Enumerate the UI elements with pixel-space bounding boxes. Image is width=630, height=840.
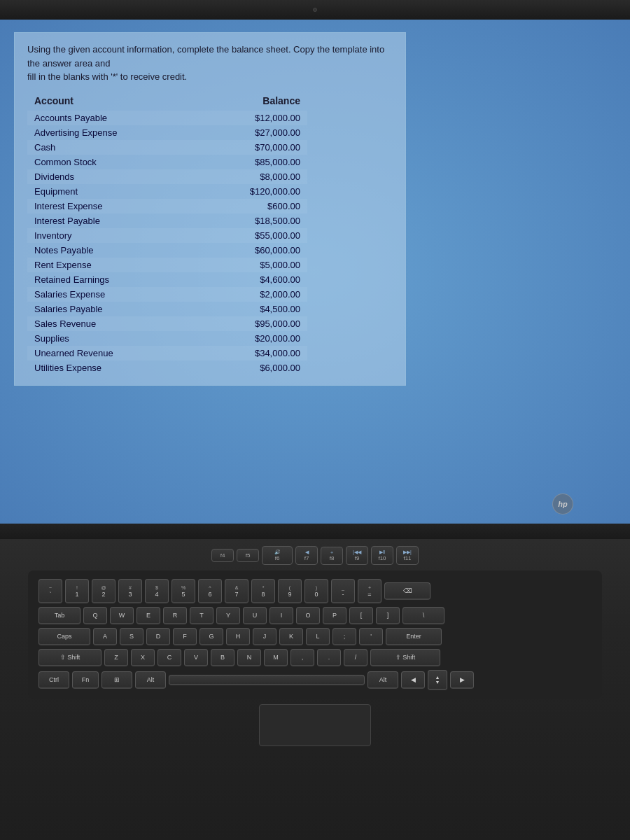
key-o[interactable]: O xyxy=(296,607,320,624)
key-tilde[interactable]: ~` xyxy=(38,579,62,603)
key-quote[interactable]: ' xyxy=(359,628,383,645)
key-d[interactable]: D xyxy=(146,628,170,645)
account-cell: Inventory xyxy=(27,228,195,243)
key-period[interactable]: . xyxy=(317,649,341,666)
key-ctrl[interactable]: Ctrl xyxy=(38,671,69,689)
account-cell: Common Stock xyxy=(27,155,195,169)
account-cell: Dividends xyxy=(27,169,195,184)
key-left[interactable]: ◀ xyxy=(401,671,425,689)
fn-key-f10[interactable]: ▶IIf10 xyxy=(371,546,393,565)
table-row: Common Stock$85,000.00 xyxy=(27,155,307,169)
table-row: Inventory$55,000.00 xyxy=(27,228,307,243)
fn-key-f5[interactable]: f5 xyxy=(237,549,259,562)
key-space[interactable] xyxy=(169,675,365,685)
key-ralt[interactable]: Alt xyxy=(368,671,398,689)
fn-key-f9[interactable]: |◀◀f9 xyxy=(346,546,368,565)
key-h[interactable]: H xyxy=(226,628,250,645)
key-x[interactable]: X xyxy=(131,649,155,666)
key-j[interactable]: J xyxy=(253,628,276,645)
balance-cell: $60,000.00 xyxy=(195,243,307,258)
key-t[interactable]: T xyxy=(190,607,214,624)
key-k[interactable]: K xyxy=(279,628,303,645)
key-updown[interactable]: ▲▼ xyxy=(428,670,447,690)
table-row: Sales Revenue$95,000.00 xyxy=(27,316,307,331)
balance-cell: $8,000.00 xyxy=(195,169,307,184)
account-cell: Sales Revenue xyxy=(27,316,195,331)
balance-cell: $95,000.00 xyxy=(195,316,307,331)
bezel-bottom xyxy=(0,524,630,539)
fn-key-f11[interactable]: ▶▶|f11 xyxy=(396,546,419,565)
key-lbracket[interactable]: [ xyxy=(349,607,373,624)
screen: Using the given account information, com… xyxy=(0,20,630,524)
key-z[interactable]: Z xyxy=(104,649,128,666)
balance-cell: $12,000.00 xyxy=(195,111,307,125)
key-rbracket[interactable]: ] xyxy=(376,607,400,624)
key-minus[interactable]: _- xyxy=(331,579,355,603)
key-tab[interactable]: Tab xyxy=(38,607,80,624)
key-n[interactable]: N xyxy=(237,649,261,666)
asdf-row: Caps A S D F G H J K L ; ' Enter xyxy=(38,628,592,645)
table-row: Cash$70,000.00 xyxy=(27,140,307,155)
key-dollar[interactable]: $4 xyxy=(145,579,169,603)
key-caret[interactable]: ^6 xyxy=(198,579,222,603)
balance-cell: $4,500.00 xyxy=(195,302,307,316)
key-2[interactable]: @2 xyxy=(92,579,115,603)
key-r[interactable]: R xyxy=(163,607,187,624)
key-s[interactable]: S xyxy=(120,628,144,645)
key-comma[interactable]: , xyxy=(290,649,314,666)
key-m[interactable]: M xyxy=(264,649,288,666)
fn-key-f6[interactable]: 🔊f6 xyxy=(262,546,293,565)
key-backslash[interactable]: \ xyxy=(402,607,444,624)
key-capslock[interactable]: Caps xyxy=(38,628,90,645)
balance-cell: $34,000.00 xyxy=(195,346,307,360)
key-lshift[interactable]: ⇧ Shift xyxy=(38,649,102,666)
key-e[interactable]: E xyxy=(136,607,160,624)
key-i[interactable]: I xyxy=(270,607,293,624)
key-3[interactable]: #3 xyxy=(118,579,142,603)
account-cell: Rent Expense xyxy=(27,258,195,272)
key-a[interactable]: A xyxy=(93,628,117,645)
balance-cell: $6,000.00 xyxy=(195,360,307,375)
key-g[interactable]: G xyxy=(200,628,223,645)
touchpad[interactable] xyxy=(259,704,371,746)
key-p[interactable]: P xyxy=(323,607,346,624)
key-enter[interactable]: Enter xyxy=(386,628,442,645)
key-u[interactable]: U xyxy=(243,607,267,624)
key-percent[interactable]: %5 xyxy=(172,579,195,603)
key-fn[interactable]: Fn xyxy=(72,671,99,689)
key-alt[interactable]: Alt xyxy=(135,671,166,689)
key-right[interactable]: ▶ xyxy=(450,671,474,689)
key-rshift[interactable]: ⇧ Shift xyxy=(370,649,440,666)
balance-cell: $85,000.00 xyxy=(195,155,307,169)
key-ampersand[interactable]: &7 xyxy=(225,579,248,603)
key-w[interactable]: W xyxy=(110,607,134,624)
key-b[interactable]: B xyxy=(211,649,234,666)
key-rparen[interactable]: )0 xyxy=(304,579,328,603)
key-l[interactable]: L xyxy=(306,628,330,645)
number-row: ~` !1 @2 #3 $4 %5 ^6 &7 *8 (9 )0 _- += ⌫ xyxy=(38,579,592,603)
table-row: Unearned Revenue$34,000.00 xyxy=(27,346,307,360)
table-row: Interest Expense$600.00 xyxy=(27,199,307,214)
balance-cell: $27,000.00 xyxy=(195,125,307,140)
balance-cell: $18,500.00 xyxy=(195,214,307,228)
camera xyxy=(313,8,317,12)
key-plus[interactable]: += xyxy=(358,579,382,603)
key-backspace[interactable]: ⌫ xyxy=(384,582,430,600)
key-c[interactable]: C xyxy=(158,649,181,666)
account-cell: Supplies xyxy=(27,331,195,346)
key-asterisk[interactable]: *8 xyxy=(251,579,275,603)
fn-key-f7[interactable]: ◀f7 xyxy=(295,546,318,565)
keyboard-area: f4 f5 🔊f6 ◀f7 +f8 |◀◀f9 ▶IIf10 ▶▶|f11 ~`… xyxy=(0,539,630,840)
key-y[interactable]: Y xyxy=(216,607,240,624)
fn-key-f4[interactable]: f4 xyxy=(211,549,234,562)
key-semicolon[interactable]: ; xyxy=(332,628,356,645)
key-f[interactable]: F xyxy=(173,628,197,645)
fn-key-f8[interactable]: +f8 xyxy=(321,547,343,565)
key-1[interactable]: !1 xyxy=(65,579,89,603)
key-q[interactable]: Q xyxy=(83,607,107,624)
key-win[interactable]: ⊞ xyxy=(102,671,132,689)
key-slash[interactable]: / xyxy=(344,649,368,666)
table-row: Accounts Payable$12,000.00 xyxy=(27,111,307,125)
key-lparen[interactable]: (9 xyxy=(278,579,302,603)
key-v[interactable]: V xyxy=(184,649,208,666)
